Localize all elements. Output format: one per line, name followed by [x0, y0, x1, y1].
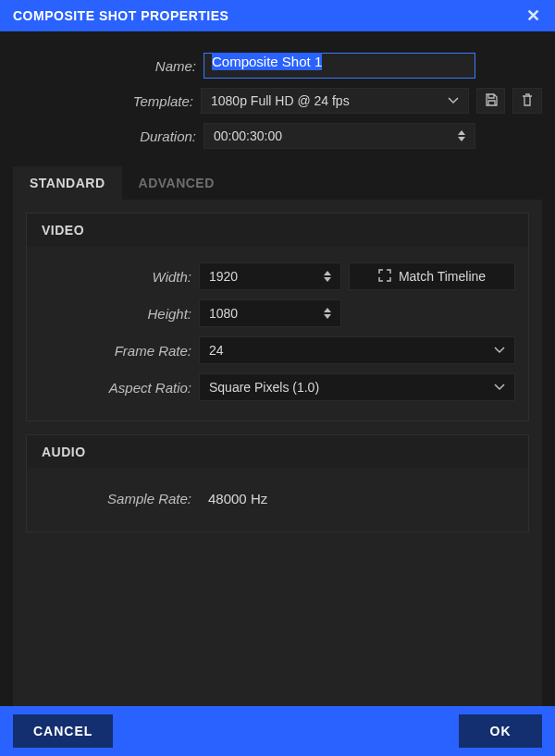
height-input[interactable]: 1080 [199, 299, 341, 327]
chevron-down-icon [494, 347, 505, 354]
trash-icon [520, 92, 535, 110]
sample-rate-label: Sample Rate: [40, 491, 191, 506]
width-stepper[interactable] [324, 271, 331, 282]
ok-button[interactable]: OK [459, 714, 542, 748]
width-input[interactable]: 1920 [199, 262, 341, 290]
name-label: Name: [13, 58, 196, 74]
duration-label: Duration: [13, 128, 196, 144]
height-label: Height: [40, 306, 191, 322]
stepper-up-icon[interactable] [324, 308, 331, 312]
height-stepper[interactable] [324, 308, 331, 319]
aspect-ratio-value: Square Pixels (1.0) [209, 380, 494, 395]
sample-rate-value: 48000 Hz [199, 491, 267, 506]
duration-stepper[interactable] [458, 130, 465, 141]
tab-advanced[interactable]: ADVANCED [122, 166, 231, 200]
frame-rate-value: 24 [209, 343, 494, 358]
width-value: 1920 [209, 269, 324, 284]
aspect-ratio-label: Aspect Ratio: [40, 380, 191, 396]
name-input[interactable]: Composite Shot 1 [204, 53, 475, 79]
chevron-down-icon [494, 384, 505, 391]
match-timeline-label: Match Timeline [399, 269, 486, 284]
match-timeline-button[interactable]: Match Timeline [349, 262, 515, 290]
stepper-down-icon[interactable] [324, 314, 331, 319]
save-icon [484, 92, 499, 110]
template-dropdown[interactable]: 1080p Full HD @ 24 fps [201, 88, 469, 114]
stepper-up-icon[interactable] [458, 130, 465, 135]
tab-standard[interactable]: STANDARD [13, 166, 122, 200]
stepper-down-icon[interactable] [324, 277, 331, 282]
aspect-ratio-dropdown[interactable]: Square Pixels (1.0) [199, 373, 515, 401]
chevron-down-icon [448, 97, 459, 104]
tab-strip: STANDARD ADVANCED [13, 166, 542, 200]
template-value: 1080p Full HD @ 24 fps [211, 93, 350, 108]
delete-template-button[interactable] [512, 88, 542, 114]
dialog-title: COMPOSITE SHOT PROPERTIES [13, 8, 523, 23]
expand-icon [378, 269, 391, 285]
audio-section: AUDIO Sample Rate: 48000 Hz [26, 434, 529, 532]
template-label: Template: [13, 93, 193, 109]
close-icon[interactable]: ✕ [523, 6, 545, 26]
cancel-button[interactable]: CANCEL [13, 714, 113, 748]
duration-input[interactable]: 00:00:30:00 [204, 123, 475, 149]
audio-header: AUDIO [27, 435, 528, 469]
stepper-up-icon[interactable] [324, 271, 331, 275]
stepper-down-icon[interactable] [458, 137, 465, 141]
duration-value: 00:00:30:00 [214, 128, 458, 143]
save-template-button[interactable] [476, 88, 506, 114]
height-value: 1080 [209, 306, 324, 321]
video-section: VIDEO Width: 1920 [26, 213, 529, 421]
button-bar: CANCEL OK [0, 706, 555, 756]
dialog-titlebar: COMPOSITE SHOT PROPERTIES ✕ [0, 0, 555, 31]
dialog-body: Name: Composite Shot 1 Template: 1080p F… [0, 31, 555, 722]
frame-rate-dropdown[interactable]: 24 [199, 336, 515, 364]
name-input-selection: Composite Shot 1 [212, 53, 322, 70]
frame-rate-label: Frame Rate: [40, 343, 191, 359]
tab-content-standard: VIDEO Width: 1920 [13, 200, 542, 713]
video-header: VIDEO [27, 213, 528, 247]
width-label: Width: [40, 269, 191, 285]
